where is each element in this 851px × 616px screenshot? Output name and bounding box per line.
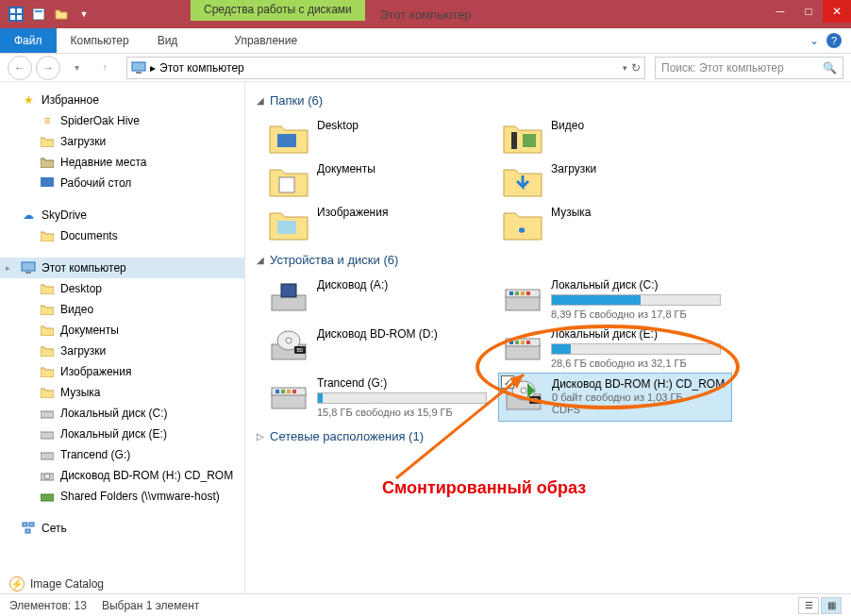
nav-pc-shared[interactable]: Shared Folders (\\vmware-host): [0, 486, 244, 507]
search-input[interactable]: Поиск: Этот компьютер 🔍: [655, 57, 843, 79]
up-button[interactable]: ↑: [92, 56, 117, 80]
svg-rect-50: [292, 390, 296, 393]
tab-computer[interactable]: Компьютер: [57, 28, 143, 53]
svg-rect-44: [526, 341, 530, 344]
nav-pc-drive-c[interactable]: Локальный диск (C:): [0, 403, 244, 424]
close-button[interactable]: ✕: [823, 0, 851, 23]
qat-new-folder-icon[interactable]: [53, 6, 70, 23]
address-bar[interactable]: ▸ Этот компьютер ▾ ↻: [126, 57, 645, 79]
svg-rect-42: [515, 341, 519, 344]
desktop-icon: [40, 175, 55, 191]
checkbox-icon[interactable]: ✓: [501, 375, 514, 389]
tab-view[interactable]: Вид: [143, 28, 192, 53]
tab-file[interactable]: Файл: [0, 28, 57, 53]
recent-locations-button[interactable]: ▾: [64, 56, 89, 80]
drive-subtext: 28,6 ГБ свободно из 32,1 ГБ: [551, 358, 728, 369]
folder-item[interactable]: Музыка: [498, 202, 732, 245]
nav-pc-images[interactable]: Изображения: [0, 361, 244, 382]
drive-icon: [502, 278, 543, 314]
network-folder-icon: [40, 489, 55, 504]
image-catalog-badge: ⚡ Image Catalog: [9, 576, 104, 591]
cloud-icon: ☁: [21, 208, 36, 223]
drive-item[interactable]: Локальный диск (C:)8,39 ГБ свободно из 1…: [498, 275, 732, 324]
nav-spideroak[interactable]: ≡SpiderOak Hive: [0, 110, 244, 131]
status-bar: Элементов: 13 Выбран 1 элемент ☰ ▦: [0, 593, 851, 616]
drive-icon: [502, 327, 543, 363]
svg-rect-22: [511, 132, 517, 149]
drive-item[interactable]: ✓BDДисковод BD-ROM (H:) CD_ROM0 байт сво…: [498, 373, 732, 422]
folder-icon: [40, 364, 55, 379]
section-folders[interactable]: ◢ Папки (6): [257, 93, 840, 108]
drive-fs: CDFS: [552, 404, 727, 415]
nav-pc-documents[interactable]: Документы: [0, 320, 244, 341]
drive-item[interactable]: BDДисковод BD-ROM (D:): [264, 324, 498, 373]
disc-icon: [40, 468, 55, 483]
qat-properties-icon[interactable]: [30, 6, 47, 23]
recent-icon: [40, 155, 55, 170]
svg-rect-31: [515, 291, 519, 295]
nav-pc-drive-h[interactable]: Дисковод BD-ROM (H:) CD_ROM: [0, 465, 244, 486]
forward-button[interactable]: →: [36, 56, 60, 80]
nav-pc-drive-g[interactable]: Trancend (G:): [0, 444, 244, 465]
qat-dropdown-icon[interactable]: ▼: [75, 6, 92, 23]
nav-downloads[interactable]: Загрузки: [0, 131, 244, 152]
drive-item[interactable]: Trancend (G:)15,8 ГБ свободно из 15,9 ГБ: [264, 373, 498, 422]
folder-item[interactable]: Документы: [264, 158, 498, 202]
svg-rect-3: [10, 15, 15, 20]
ribbon: Файл Компьютер Вид Управление ⌄ ?: [0, 28, 851, 54]
folder-item[interactable]: Изображения: [264, 202, 498, 245]
folder-label: Музыка: [551, 206, 728, 219]
collapse-icon: ◢: [257, 95, 264, 106]
folder-icon: [40, 323, 55, 338]
folder-icon: [40, 302, 55, 317]
nav-favorites[interactable]: ★ Избранное: [0, 90, 244, 110]
svg-rect-32: [521, 291, 525, 295]
nav-documents-sky[interactable]: Documents: [0, 225, 244, 246]
drive-item[interactable]: Дисковод (A:): [264, 275, 498, 324]
svg-rect-5: [33, 8, 44, 20]
maximize-button[interactable]: □: [794, 0, 823, 23]
expand-icon[interactable]: ▸: [6, 263, 10, 273]
svg-point-36: [286, 338, 292, 343]
folder-icon: [40, 134, 55, 149]
breadcrumb-current[interactable]: Этот компьютер: [159, 61, 244, 75]
refresh-icon[interactable]: ↻: [631, 61, 641, 75]
folder-label: Desktop: [317, 119, 494, 132]
pc-icon: [131, 61, 146, 75]
contextual-tab-header: Средства работы с дисками: [191, 0, 365, 21]
section-netloc[interactable]: ▷ Сетевые расположения (1): [257, 429, 840, 443]
help-icon[interactable]: ?: [826, 33, 842, 48]
view-tiles-button[interactable]: ▦: [821, 597, 842, 614]
svg-rect-8: [136, 72, 142, 74]
view-details-button[interactable]: ☰: [798, 597, 819, 614]
nav-desktop[interactable]: Рабочий стол: [0, 173, 244, 193]
svg-rect-41: [509, 341, 513, 344]
tab-manage[interactable]: Управление: [220, 28, 311, 53]
window-controls: ─ □ ✕: [766, 0, 851, 23]
storage-bar: [551, 343, 721, 355]
folder-item[interactable]: Desktop: [264, 115, 498, 158]
ribbon-expand-icon[interactable]: ⌄: [809, 34, 819, 47]
back-button[interactable]: ←: [8, 56, 32, 80]
folder-icon: [268, 119, 309, 155]
nav-pc-drive-e[interactable]: Локальный диск (E:): [0, 424, 244, 444]
nav-skydrive[interactable]: ☁SkyDrive: [0, 205, 244, 225]
nav-pc-videos[interactable]: Видео: [0, 299, 244, 320]
folder-item[interactable]: Загрузки: [498, 158, 732, 202]
nav-pc-downloads[interactable]: Загрузки: [0, 341, 244, 361]
navigation-pane: ★ Избранное ≡SpiderOak Hive Загрузки Нед…: [0, 82, 245, 593]
svg-rect-9: [41, 177, 54, 187]
minimize-button[interactable]: ─: [766, 0, 794, 23]
nav-network[interactable]: Сеть: [0, 518, 244, 539]
drive-item[interactable]: Локальный диск (E:)28,6 ГБ свободно из 3…: [498, 324, 732, 373]
nav-recent[interactable]: Недавние места: [0, 152, 244, 173]
drive-label: Локальный диск (C:): [551, 278, 728, 291]
nav-pc-music[interactable]: Музыка: [0, 382, 244, 403]
folder-item[interactable]: Видео: [498, 115, 732, 158]
nav-pc-desktop[interactable]: Desktop: [0, 278, 244, 299]
quick-access-toolbar: ▼: [8, 6, 92, 23]
address-dropdown-icon[interactable]: ▾: [623, 63, 627, 73]
nav-thispc[interactable]: ▸ Этот компьютер: [0, 258, 244, 278]
folder-icon: [502, 206, 543, 241]
section-drives[interactable]: ◢ Устройства и диски (6): [257, 253, 840, 267]
